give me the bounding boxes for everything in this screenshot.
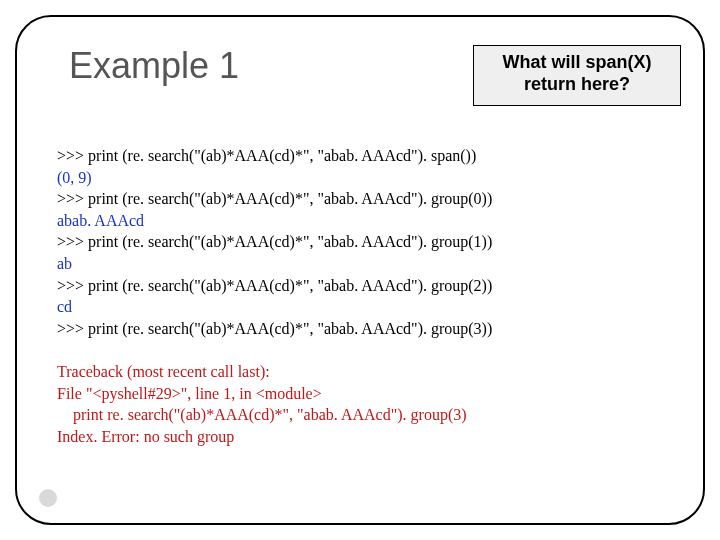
code-line-output: (0, 9) bbox=[57, 169, 92, 186]
code-line-error: Traceback (most recent call last): bbox=[57, 363, 270, 380]
code-block: >>> print (re. search("(ab)*AAA(cd)*", "… bbox=[57, 145, 663, 447]
slide-title: Example 1 bbox=[69, 45, 239, 87]
code-line-input: >>> print (re. search("(ab)*AAA(cd)*", "… bbox=[57, 147, 476, 164]
code-line-error: File "<pyshell#29>", line 1, in <module> bbox=[57, 385, 322, 402]
code-line-error: Index. Error: no such group bbox=[57, 428, 234, 445]
code-line-output: cd bbox=[57, 298, 72, 315]
code-line-input: >>> print (re. search("(ab)*AAA(cd)*", "… bbox=[57, 277, 492, 294]
code-line-input: >>> print (re. search("(ab)*AAA(cd)*", "… bbox=[57, 190, 492, 207]
code-line-input: >>> print (re. search("(ab)*AAA(cd)*", "… bbox=[57, 320, 492, 337]
callout-box: What will span(X) return here? bbox=[473, 45, 681, 106]
code-line-input: >>> print (re. search("(ab)*AAA(cd)*", "… bbox=[57, 233, 492, 250]
code-line-error: print re. search("(ab)*AAA(cd)*", "abab.… bbox=[57, 406, 467, 423]
code-line-output: abab. AAAcd bbox=[57, 212, 144, 229]
corner-badge-icon bbox=[39, 489, 57, 507]
slide-frame: Example 1 What will span(X) return here?… bbox=[15, 15, 705, 525]
code-line-output: ab bbox=[57, 255, 72, 272]
